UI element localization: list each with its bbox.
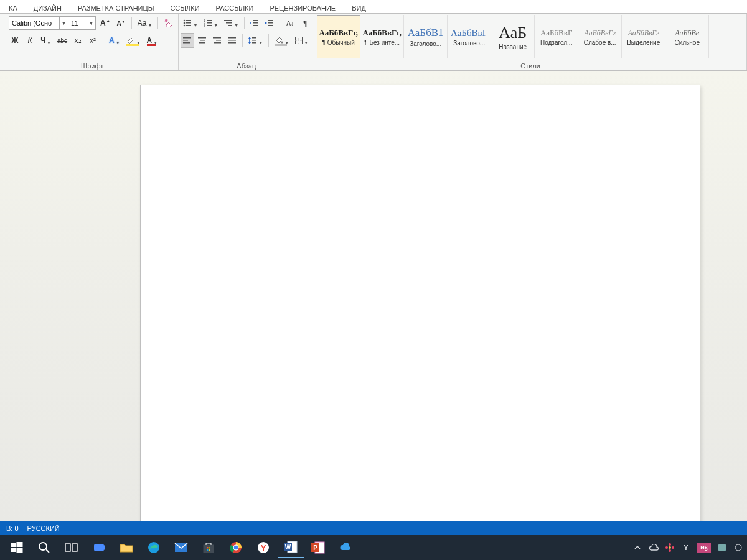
style-item-5[interactable]: АаБбВвГПодзагол...	[535, 15, 578, 58]
font-size-arrow-icon[interactable]: ▼	[87, 17, 95, 29]
taskbar-app-word-icon[interactable]: W	[278, 537, 304, 558]
ribbon-group-paragraph: ▼ 123▼ ▼ А↓ ¶	[179, 14, 314, 70]
svg-text:Y: Y	[261, 543, 266, 553]
numbering-button[interactable]: 123▼	[202, 16, 220, 30]
increase-indent-button[interactable]	[263, 16, 276, 30]
start-button[interactable]	[4, 537, 30, 558]
svg-marker-24	[265, 22, 267, 24]
svg-rect-18	[253, 22, 258, 24]
highlighter-icon	[126, 36, 135, 45]
svg-marker-39	[248, 42, 251, 44]
align-center-button[interactable]	[196, 34, 209, 47]
tray-cloud-icon[interactable]	[649, 543, 659, 553]
align-right-button[interactable]	[211, 34, 223, 47]
svg-rect-59	[204, 545, 214, 553]
taskbar-search-icon[interactable]	[31, 537, 57, 558]
tray-chevron-up-icon[interactable]	[632, 543, 642, 553]
tray-flower-icon[interactable]	[665, 543, 675, 553]
tab-design[interactable]: ДИЗАЙН	[31, 3, 64, 13]
style-item-4[interactable]: АаБНазвание	[491, 15, 535, 58]
clear-formatting-button[interactable]	[162, 16, 176, 30]
tray-app-icon[interactable]	[717, 543, 727, 553]
strikethrough-button[interactable]: abc	[55, 34, 69, 47]
status-language[interactable]: РУССКИЙ	[27, 525, 60, 532]
svg-point-4	[184, 22, 186, 24]
separator	[157, 17, 158, 29]
shading-button[interactable]: ▼	[273, 34, 291, 47]
system-tray: Y N§	[632, 543, 743, 553]
styles-gallery[interactable]: АаБбВвГг,¶ ОбычныйАаБбВвГг,¶ Без инте...…	[317, 15, 744, 58]
windows-logo-icon	[11, 541, 23, 554]
tab-partial[interactable]: КА	[6, 3, 20, 13]
taskbar-app-zoom-icon[interactable]	[86, 537, 112, 558]
bullets-button[interactable]: ▼	[181, 16, 199, 30]
tray-more-icon[interactable]	[733, 543, 743, 553]
style-label: Название	[492, 44, 533, 50]
change-case-button[interactable]: Aa▼	[136, 16, 154, 30]
style-item-6[interactable]: АаБбВвГгСлабое в...	[578, 15, 622, 58]
font-name-combo[interactable]: ▼ ▼	[9, 16, 96, 30]
taskbar-app-mail-icon[interactable]	[168, 537, 194, 558]
highlight-color-button[interactable]: ▼	[125, 34, 143, 47]
font-name-input[interactable]	[9, 17, 59, 29]
align-left-button[interactable]	[181, 34, 194, 47]
multilevel-list-button[interactable]: ▼	[222, 16, 240, 30]
sort-button[interactable]: А↓	[284, 16, 296, 30]
superscript-button[interactable]: x²	[87, 34, 99, 47]
line-spacing-button[interactable]: ▼	[247, 34, 265, 47]
text-effects-button[interactable]: A▼	[107, 34, 122, 47]
sort-label: А↓	[286, 20, 294, 27]
document-area[interactable]	[0, 71, 747, 521]
tray-keyboard-icon[interactable]: N§	[697, 543, 711, 553]
status-word-count[interactable]: В: 0	[6, 525, 19, 532]
document-page[interactable]	[140, 85, 700, 521]
style-preview: АаБбВвГг	[585, 29, 616, 38]
decrease-indent-button[interactable]	[248, 16, 261, 30]
show-marks-button[interactable]: ¶	[299, 16, 311, 30]
font-name-arrow-icon[interactable]: ▼	[59, 17, 68, 29]
taskbar-app-cloud-icon[interactable]	[332, 537, 359, 558]
tab-mailings[interactable]: РАССЫЛКИ	[214, 3, 256, 13]
grow-font-button[interactable]: A▲	[98, 16, 113, 30]
taskbar-app-yandex-icon[interactable]: Y	[250, 537, 276, 558]
svg-rect-29	[200, 40, 205, 41]
svg-text:3: 3	[204, 24, 205, 27]
underline-button[interactable]: Ч▼	[39, 34, 53, 47]
shrink-font-button[interactable]: A▼	[115, 16, 128, 30]
tab-page-layout[interactable]: РАЗМЕТКА СТРАНИЦЫ	[75, 3, 156, 13]
style-label: Заголово...	[449, 40, 489, 47]
taskbar-app-chrome-icon[interactable]	[223, 537, 249, 558]
style-item-0[interactable]: АаБбВвГг,¶ Обычный	[317, 15, 360, 58]
styles-group-label: Стили	[317, 62, 744, 70]
font-size-input[interactable]	[68, 17, 87, 29]
taskbar-app-powerpoint-icon[interactable]: P	[305, 537, 331, 558]
taskbar-taskview-icon[interactable]	[59, 537, 85, 558]
taskbar-app-explorer-icon[interactable]	[113, 537, 139, 558]
bold-button[interactable]: Ж	[9, 34, 21, 47]
align-justify-button[interactable]	[226, 34, 238, 47]
style-label: ¶ Без инте...	[362, 39, 402, 46]
tray-yandex-icon[interactable]: Y	[681, 543, 691, 553]
taskbar-app-store-icon[interactable]	[195, 537, 222, 558]
font-group-label: Шрифт	[9, 62, 176, 70]
subscript-button[interactable]: x₂	[72, 34, 84, 47]
align-center-icon	[198, 37, 207, 44]
style-item-7[interactable]: АаБбВвГгВыделение	[622, 15, 665, 58]
style-item-1[interactable]: АаБбВвГг,¶ Без инте...	[360, 15, 404, 58]
style-preview: АаБ	[499, 24, 527, 42]
tab-references[interactable]: ССЫЛКИ	[167, 3, 202, 13]
style-item-2[interactable]: АаБбВ1Заголово...	[404, 15, 448, 58]
italic-button[interactable]: К	[24, 34, 36, 47]
borders-button[interactable]: ▼	[293, 34, 310, 47]
multilevel-icon	[224, 19, 233, 27]
taskbar-app-edge-icon[interactable]	[141, 537, 167, 558]
svg-rect-13	[207, 25, 212, 26]
style-label: Слабое в...	[580, 39, 620, 46]
tab-review[interactable]: РЕЦЕНЗИРОВАНИЕ	[267, 3, 338, 13]
style-label: Сильное	[667, 39, 707, 46]
style-item-3[interactable]: АаБбВвГЗаголово...	[448, 15, 491, 58]
font-color-button[interactable]: A ▼	[145, 34, 160, 47]
style-item-8[interactable]: АаБбВеСильное	[665, 15, 709, 58]
tab-view[interactable]: ВИД	[349, 3, 369, 13]
bullets-icon	[183, 19, 192, 27]
